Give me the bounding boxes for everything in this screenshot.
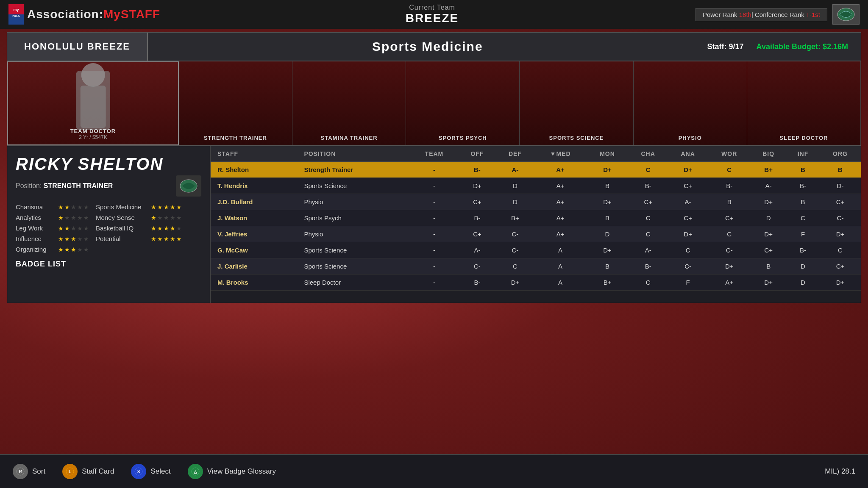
conference-rank-value: T-1st [806,11,820,18]
svg-rect-7 [80,86,106,128]
stat-name-legwork: Leg Work [16,225,58,232]
nav-center: Current Team BREEZE [169,4,696,25]
table-row[interactable]: J. Watson Sports Psych - B-B+A+BCC+C+DCC… [211,210,861,226]
staff-card-physio[interactable]: PHYSIO [634,61,747,145]
cell-grade: D+ [751,194,786,210]
cell-position: Sports Science [297,178,410,194]
cell-grade: C+ [458,226,496,242]
table-row[interactable]: T. Hendrix Sports Science - D+DA+BB-C+B-… [211,178,861,194]
sort-action[interactable]: R Sort [13,464,45,479]
main-content: HONOLULU BREEZE Sports Medicine Staff: 9… [7,32,861,303]
staff-card-role-2: STAMINA TRAINER [321,135,378,141]
stat-name-charisma: Charisma [16,203,58,211]
svg-text:L: L [69,469,71,474]
stat-row-organizing: Organizing ★★★★★ [16,246,201,253]
col-header-def[interactable]: DEF [496,146,534,162]
staff-card-action[interactable]: L Staff Card [62,464,114,479]
bottom-bar: R Sort L Staff Card ✕ Select △ [0,454,868,488]
cell-grade: D [786,274,820,291]
staff-figure [25,62,161,130]
cell-grade: B [820,162,861,178]
cell-grade: A- [751,178,786,194]
view-badge-action[interactable]: △ View Badge Glossary [188,464,276,479]
nav-logo: my NBA Association:MySTAFF [8,4,160,25]
cell-grade: D+ [587,162,628,178]
table-row[interactable]: J.D. Bullard Physio - C+DA+D+C+A-BD+BC+ [211,194,861,210]
cell-grade: B [587,210,628,226]
svg-point-6 [81,63,105,87]
col-header-org[interactable]: ORG [820,146,861,162]
cell-grade: A [534,242,587,258]
cell-grade: B- [786,242,820,258]
col-header-team[interactable]: TEAM [410,146,459,162]
table-row[interactable]: V. Jeffries Physio - C+C-A+DCD+CD+FD+ [211,226,861,242]
staff-card-role-3: SPORTS PSYCH [439,135,487,141]
staff-card-sports-science[interactable]: SPORTS SCIENCE [520,61,633,145]
cell-grade: C+ [751,242,786,258]
cell-grade: C- [458,258,496,274]
stars-analytics: ★★★★★ [58,214,89,221]
table-row[interactable]: R. Shelton Strength Trainer - B-A-A+D+CD… [211,162,861,178]
current-team-label: Current Team [409,4,455,11]
staff-card-role-0: TEAM DOCTOR [70,128,116,134]
cell-grade: C [820,242,861,258]
staff-table-panel[interactable]: STAFF POSITION TEAM OFF DEF ▼MED MON CHA… [211,146,861,303]
cell-grade: F [668,274,708,291]
col-header-biq[interactable]: BIQ [751,146,786,162]
cell-grade: D+ [708,258,751,274]
stars-charisma: ★★★★★ [58,204,89,211]
stat-category-potential: Potential [96,235,151,242]
svg-text:△: △ [193,469,198,474]
staff-card-strength-trainer[interactable]: STRENGTH TRAINER [179,61,292,145]
cell-grade: C+ [708,210,751,226]
stat-category-basketball-iq: Basketball IQ [96,225,151,232]
col-header-cha[interactable]: CHA [628,146,668,162]
cell-grade: D+ [820,274,861,291]
cell-grade: C+ [668,178,708,194]
cell-grade: D [587,226,628,242]
cell-grade: C+ [458,194,496,210]
position-info: Position: STRENGTH TRAINER [16,182,113,190]
cell-grade: D+ [668,162,708,178]
cell-grade: C [708,226,751,242]
cell-position: Sports Psych [297,210,410,226]
stat-row-charisma: Charisma ★★★★★ Sports Medicine ★★★★★ [16,203,201,211]
cell-grade: C [668,242,708,258]
col-header-off[interactable]: OFF [458,146,496,162]
col-header-staff[interactable]: STAFF [211,146,297,162]
cell-grade: C [628,274,668,291]
stars-money-sense: ★★★★★ [151,214,182,221]
col-header-wor[interactable]: WOR [708,146,751,162]
stat-row-analytics: Analytics ★★★★★ Money Sense ★★★★★ [16,214,201,221]
cell-grade: D- [820,178,861,194]
power-rank-value: 18th [739,11,751,18]
cell-grade: C- [820,210,861,226]
col-header-med[interactable]: ▼MED [534,146,587,162]
cell-grade: A- [496,162,534,178]
cell-grade: D+ [587,194,628,210]
col-header-mon[interactable]: MON [587,146,628,162]
col-header-position[interactable]: POSITION [297,146,410,162]
table-row[interactable]: G. McCaw Sports Science - A-C-AD+A-CC-C+… [211,242,861,258]
cell-grade: B [708,194,751,210]
staff-card-sports-psych[interactable]: SPORTS PSYCH [406,61,520,145]
cell-name: J. Carlisle [211,258,297,274]
current-team-name: BREEZE [406,11,459,25]
stars-legwork: ★★★★★ [58,225,89,232]
col-header-ana[interactable]: ANA [668,146,708,162]
staff-card-team-doctor[interactable]: TEAM DOCTOR 2 Yr / $547K [7,61,179,145]
staff-card-sleep-doctor[interactable]: SLEEP DOCTOR [747,61,861,145]
select-action[interactable]: ✕ Select [131,464,170,479]
col-header-inf[interactable]: INF [786,146,820,162]
cell-grade: C [628,162,668,178]
team-name: HONOLULU BREEZE [24,41,130,52]
staff-info: Staff: 9/17 [707,42,757,51]
app-title: Association:MySTAFF [27,8,160,21]
cell-grade: C+ [668,210,708,226]
table-row[interactable]: J. Carlisle Sports Science - C-CABB-C-D+… [211,258,861,274]
cell-grade: C [628,210,668,226]
cell-grade: D+ [751,274,786,291]
staff-card-stamina-trainer[interactable]: STAMINA TRAINER [292,61,406,145]
select-label: Select [150,467,170,476]
table-row[interactable]: M. Brooks Sleep Doctor - B-D+AB+CFA+D+DD… [211,274,861,291]
